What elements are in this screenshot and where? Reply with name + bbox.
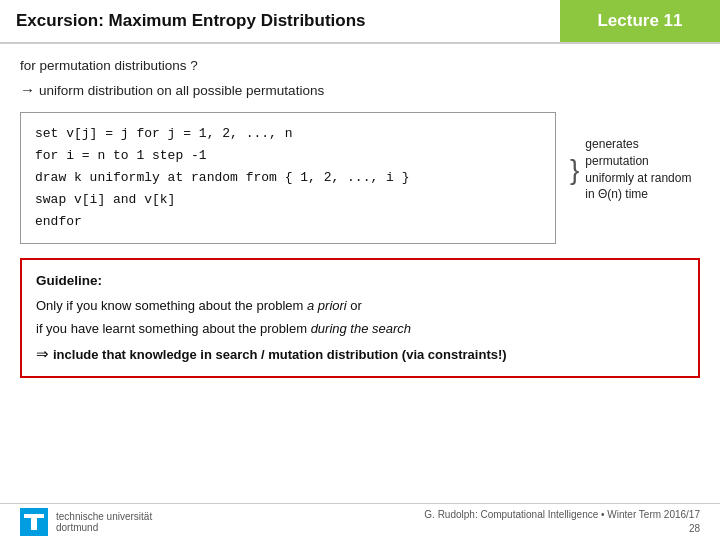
footer-logo-area: technische universität dortmund: [20, 508, 152, 536]
guideline-line3: ⇒ include that knowledge in search / mut…: [36, 342, 684, 366]
side-note: } generates permutation uniformly at ran…: [570, 112, 700, 203]
guideline-title: Guideline:: [36, 270, 684, 292]
code-line-1: set v[j] = j for j = 1, 2, ..., n: [35, 123, 541, 145]
brace-arrow-icon: }: [570, 156, 579, 184]
side-note-content: } generates permutation uniformly at ran…: [570, 136, 700, 203]
footer-citation: G. Rudolph: Computational Intelligence •…: [424, 508, 700, 522]
code-line-4: swap v[i] and v[k]: [35, 189, 541, 211]
arrow-symbol: →: [20, 81, 35, 98]
header: Excursion: Maximum Entropy Distributions…: [0, 0, 720, 44]
guideline-line1-pre: Only if you know something about the pro…: [36, 298, 307, 313]
svg-rect-1: [24, 514, 44, 518]
guideline-line1-post: or: [347, 298, 362, 313]
header-title: Excursion: Maximum Entropy Distributions: [0, 0, 560, 42]
main-content: for permutation distributions ? → unifor…: [0, 44, 720, 388]
code-line-2: for i = n to 1 step -1: [35, 145, 541, 167]
code-block: set v[j] = j for j = 1, 2, ..., n for i …: [20, 112, 556, 244]
intro-line2: → uniform distribution on all possible p…: [20, 81, 700, 98]
code-area: set v[j] = j for j = 1, 2, ..., n for i …: [20, 112, 700, 244]
tu-logo-icon: [20, 508, 48, 536]
guideline-line2: if you have learnt something about the p…: [36, 319, 684, 340]
code-line-3: draw k uniformly at random from { 1, 2, …: [35, 167, 541, 189]
guideline-line1: Only if you know something about the pro…: [36, 296, 684, 317]
lecture-label: Lecture 11: [597, 11, 682, 31]
footer-citation-area: G. Rudolph: Computational Intelligence •…: [424, 508, 700, 536]
implies-arrow-icon: ⇒: [36, 342, 49, 366]
code-line-5: endfor: [35, 211, 541, 233]
guideline-line1-italic: a priori: [307, 298, 347, 313]
header-lecture-badge: Lecture 11: [560, 0, 720, 42]
guideline-line2-italic: during the search: [311, 321, 411, 336]
guideline-box: Guideline: Only if you know something ab…: [20, 258, 700, 377]
side-note-text: generates permutation uniformly at rando…: [585, 136, 700, 203]
intro-description: uniform distribution on all possible per…: [39, 83, 324, 98]
title-text: Excursion: Maximum Entropy Distributions: [16, 11, 366, 31]
university-name: technische universität dortmund: [56, 511, 152, 533]
footer-page-number: 28: [424, 522, 700, 536]
intro-line1: for permutation distributions ?: [20, 58, 700, 73]
footer: technische universität dortmund G. Rudol…: [0, 503, 720, 540]
guideline-line2-pre: if you have learnt something about the p…: [36, 321, 311, 336]
university-line2: dortmund: [56, 522, 152, 533]
svg-rect-2: [31, 518, 37, 530]
university-line1: technische universität: [56, 511, 152, 522]
guideline-line3-text: include that knowledge in search / mutat…: [53, 345, 507, 366]
